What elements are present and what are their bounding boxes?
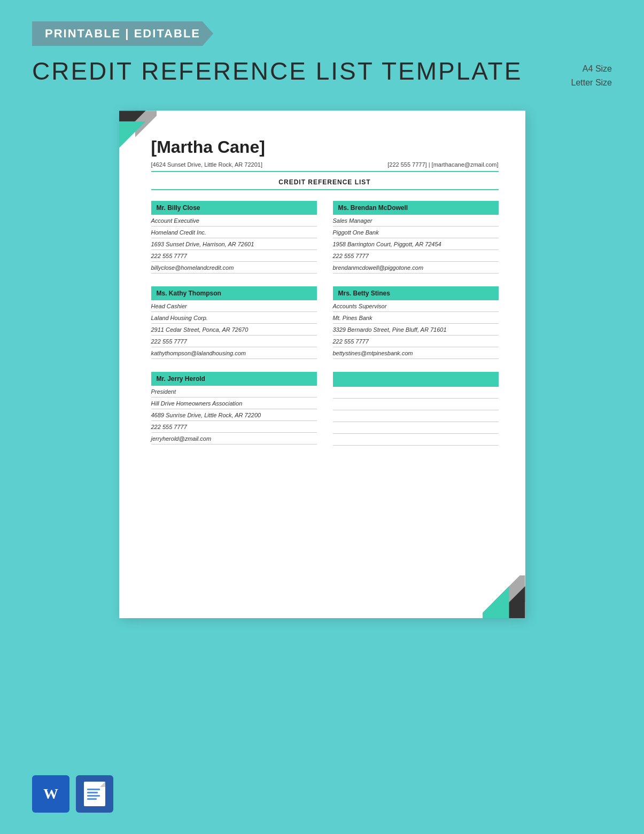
ref6-name-empty <box>333 372 499 387</box>
ref3-address: 2911 Cedar Street, Ponca, AR 72670 <box>151 324 317 336</box>
person-name: [Martha Cane] <box>151 137 499 157</box>
ref6-address-empty <box>333 410 499 422</box>
ref4-title: Accounts Supervisor <box>333 300 499 312</box>
ref1-email: billyclose@homelandcredit.com <box>151 262 317 274</box>
word-letter: W <box>43 785 58 802</box>
printable-editable-banner: PRINTABLE | EDITABLE <box>32 21 213 46</box>
reference-block-3: Ms. Kathy Thompson Head Cashier Laland H… <box>151 286 317 359</box>
corner-decoration-tl <box>119 111 157 148</box>
word-icon[interactable]: W <box>32 775 69 813</box>
ref6-company-empty <box>333 399 499 410</box>
ref2-phone: 222 555 7777 <box>333 250 499 262</box>
ref1-phone: 222 555 7777 <box>151 250 317 262</box>
ref3-company: Laland Housing Corp. <box>151 312 317 324</box>
ref5-company: Hill Drive Homeowners Association <box>151 397 317 409</box>
document-preview: [Martha Cane] [4624 Sunset Drive, Little… <box>119 111 525 618</box>
ref4-company: Mt. Pines Bank <box>333 312 499 324</box>
page-title: CREDIT REFERENCE LIST TEMPLATE <box>32 57 522 85</box>
reference-block-6 <box>333 372 499 446</box>
reference-block-2: Ms. Brendan McDowell Sales Manager Piggo… <box>333 201 499 274</box>
ref1-address: 1693 Sunset Drive, Harrison, AR 72601 <box>151 238 317 250</box>
size-info: A4 Size Letter Size <box>571 62 612 89</box>
reference-block-4: Mrs. Betty Stines Accounts Supervisor Mt… <box>333 286 499 359</box>
section-title: CREDIT REFERENCE LIST <box>151 178 499 190</box>
contact-field: [222 555 7777] | [marthacane@zmail.com] <box>387 161 498 168</box>
reference-block-5: Mr. Jerry Herold President Hill Drive Ho… <box>151 372 317 446</box>
ref4-name: Mrs. Betty Stines <box>333 286 499 300</box>
ref6-email-empty <box>333 434 499 446</box>
doc-line-1 <box>87 789 100 790</box>
references-grid: Mr. Billy Close Account Executive Homela… <box>151 201 499 458</box>
corner-decoration-br <box>483 575 525 618</box>
title-area: CREDIT REFERENCE LIST TEMPLATE A4 Size L… <box>32 57 612 89</box>
ref1-name: Mr. Billy Close <box>151 201 317 215</box>
ref1-company: Homeland Credit Inc. <box>151 227 317 238</box>
contact-row: [4624 Sunset Drive, Little Rock, AR 7220… <box>151 161 499 172</box>
doc-icon-inner <box>84 782 105 806</box>
size-letter: Letter Size <box>571 76 612 90</box>
document-content: [Martha Cane] [4624 Sunset Drive, Little… <box>119 111 525 490</box>
ref3-phone: 222 555 7777 <box>151 336 317 347</box>
ref2-company: Piggott One Bank <box>333 227 499 238</box>
app-icons: W <box>32 775 113 813</box>
banner-text: PRINTABLE | EDITABLE <box>45 27 200 40</box>
ref2-email: brendanmcdowell@piggotone.com <box>333 262 499 274</box>
ref3-name: Ms. Kathy Thompson <box>151 286 317 300</box>
ref2-title: Sales Manager <box>333 215 499 227</box>
ref5-address: 4689 Sunrise Drive, Little Rock, AR 7220… <box>151 409 317 421</box>
ref6-title-empty <box>333 387 499 399</box>
ref5-email: jerryherold@zmail.com <box>151 433 317 445</box>
ref2-name: Ms. Brendan McDowell <box>333 201 499 215</box>
ref6-phone-empty <box>333 422 499 434</box>
doc-line-3 <box>87 795 100 797</box>
doc-line-4 <box>87 798 97 800</box>
ref2-address: 1958 Barrington Court, Piggott, AR 72454 <box>333 238 499 250</box>
address-field: [4624 Sunset Drive, Little Rock, AR 7220… <box>151 161 263 168</box>
reference-block-1: Mr. Billy Close Account Executive Homela… <box>151 201 317 274</box>
docs-icon[interactable] <box>76 775 113 813</box>
ref3-email: kathythompson@lalandhousing.com <box>151 347 317 359</box>
ref4-address: 3329 Bernardo Street, Pine Bluff, AR 716… <box>333 324 499 336</box>
ref5-name: Mr. Jerry Herold <box>151 372 317 386</box>
ref5-title: President <box>151 386 317 397</box>
doc-fold <box>100 782 105 787</box>
ref5-phone: 222 555 7777 <box>151 421 317 433</box>
ref3-title: Head Cashier <box>151 300 317 312</box>
ref4-email: bettystines@mtpinesbank.com <box>333 347 499 359</box>
ref4-phone: 222 555 7777 <box>333 336 499 347</box>
ref1-title: Account Executive <box>151 215 317 227</box>
doc-line-2 <box>87 792 98 793</box>
size-a4: A4 Size <box>571 62 612 76</box>
